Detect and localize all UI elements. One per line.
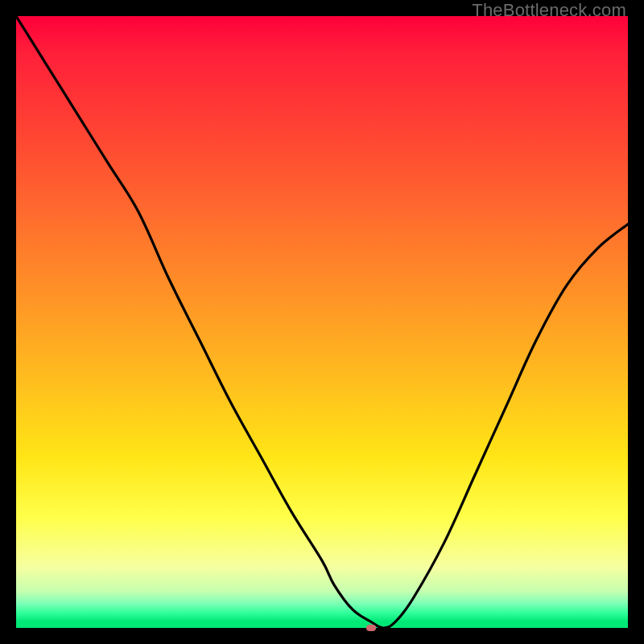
curve-path bbox=[16, 16, 628, 628]
chart-frame: TheBottleneck.com bbox=[0, 0, 644, 644]
bottleneck-curve bbox=[16, 16, 628, 628]
optimal-point-marker bbox=[366, 625, 376, 631]
chart-gradient-background bbox=[16, 16, 628, 628]
